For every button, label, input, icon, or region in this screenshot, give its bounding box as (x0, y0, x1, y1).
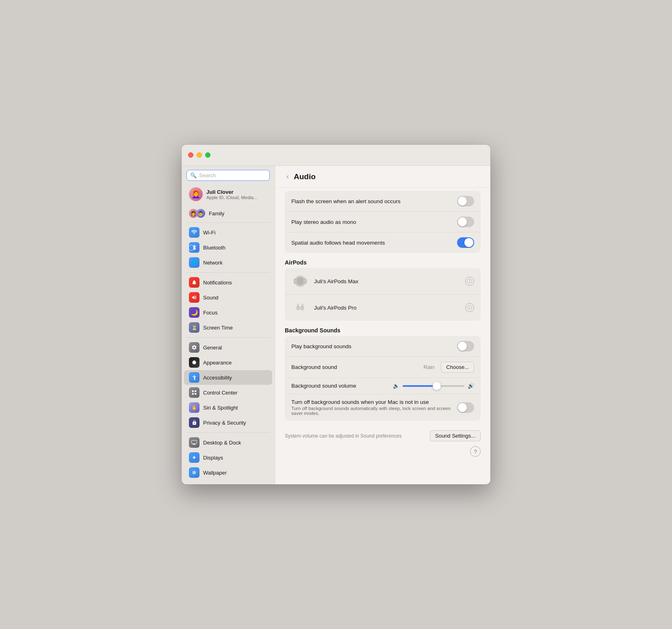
sidebar-divider-2 (186, 272, 270, 273)
controlcenter-label: Control Center (203, 390, 238, 396)
slider-thumb[interactable] (433, 382, 441, 390)
airpods-max-info-button[interactable]: ⓘ (465, 277, 474, 286)
sidebar-item-appearance[interactable]: Appearance (184, 355, 272, 370)
close-button[interactable] (188, 152, 193, 158)
back-button[interactable]: ‹ (285, 171, 290, 182)
help-button[interactable]: ? (470, 446, 481, 457)
appearance-icon (189, 357, 199, 368)
sidebar-item-wallpaper[interactable]: ❄ Wallpaper (184, 465, 272, 480)
svg-rect-14 (297, 304, 299, 308)
sidebar-item-network[interactable]: 🌐 Network (184, 255, 272, 270)
airpods-pro-info-button[interactable]: ⓘ (465, 303, 474, 312)
spatial-audio-label: Spatial audio follows head movements (291, 240, 385, 246)
sidebar-item-family[interactable]: 👩 👨 Family (184, 207, 272, 220)
screentime-label: Screen Time (203, 325, 233, 331)
bg-sound-value: Rain (424, 364, 435, 370)
search-box[interactable]: 🔍 (186, 170, 270, 181)
family-label: Family (209, 210, 224, 217)
titlebar (182, 145, 490, 166)
system-settings-window: 🔍 👩‍🦰 Juli Clover Apple ID, iCloud, Medi… (182, 145, 490, 484)
turn-off-bg-toggle[interactable] (457, 402, 474, 413)
network-label: Network (203, 260, 223, 266)
volume-high-icon: 🔊 (468, 383, 474, 389)
airpods-card: Juli's AirPods Max ⓘ Juli's Ai (285, 268, 481, 321)
play-bg-sounds-label: Play background sounds (291, 343, 351, 349)
choose-button[interactable]: Choose... (441, 362, 474, 373)
bg-sound-row: Background sound Rain Choose... (285, 357, 481, 378)
bg-sounds-card: Play background sounds Background sound … (285, 336, 481, 421)
minimize-button[interactable] (197, 152, 202, 158)
notifications-icon (189, 277, 199, 288)
sidebar-item-displays[interactable]: ✦ Displays (184, 450, 272, 465)
sidebar-item-controlcenter[interactable]: Control Center (184, 385, 272, 400)
sidebar-item-general[interactable]: General (184, 340, 272, 355)
focus-icon: 🌙 (189, 307, 199, 318)
privacy-label: Privacy & Security (203, 420, 246, 426)
family-avatars: 👩 👨 (189, 209, 205, 218)
play-bg-sounds-row: Play background sounds (285, 336, 481, 357)
sidebar: 🔍 👩‍🦰 Juli Clover Apple ID, iCloud, Medi… (182, 166, 275, 484)
bluetooth-label: Bluetooth (203, 245, 225, 251)
user-info: Juli Clover Apple ID, iCloud, Media... (206, 189, 257, 200)
bg-sound-controls: Rain Choose... (424, 362, 474, 373)
avatar: 👩‍🦰 (189, 187, 203, 201)
user-profile[interactable]: 👩‍🦰 Juli Clover Apple ID, iCloud, Media.… (184, 185, 272, 204)
family-avatar-2: 👨 (196, 209, 205, 218)
sidebar-item-notifications[interactable]: Notifications (184, 275, 272, 290)
sidebar-item-accessibility[interactable]: Accessibility (184, 370, 272, 385)
search-input[interactable] (199, 172, 266, 178)
slider-fill (403, 385, 437, 387)
search-icon: 🔍 (190, 172, 197, 178)
sidebar-item-focus[interactable]: 🌙 Focus (184, 305, 272, 320)
sidebar-item-privacy[interactable]: Privacy & Security (184, 415, 272, 430)
airpods-pro-name: Juli's AirPods Pro (314, 305, 460, 311)
sound-label: Sound (203, 295, 219, 301)
stereo-mono-label: Play stereo audio as mono (291, 219, 356, 225)
appearance-label: Appearance (203, 360, 232, 366)
volume-slider[interactable]: 🔈 🔊 (393, 383, 474, 389)
maximize-button[interactable] (205, 152, 210, 158)
svg-rect-8 (193, 444, 196, 445)
airpods-pro-icon (291, 299, 309, 317)
sidebar-item-screentime[interactable]: ⏳ Screen Time (184, 320, 272, 335)
footer-text: System volume can be adjusted in Sound p… (285, 433, 425, 439)
spatial-audio-toggle[interactable] (457, 237, 474, 248)
svg-rect-16 (302, 304, 303, 308)
sidebar-item-desktop[interactable]: Desktop & Dock (184, 435, 272, 450)
desktop-icon (189, 437, 199, 448)
user-name: Juli Clover (206, 189, 257, 195)
stereo-mono-toggle[interactable] (457, 217, 474, 227)
sidebar-item-wifi[interactable]: Wi-Fi (184, 225, 272, 240)
top-settings-card: Flash the screen when an alert sound occ… (285, 191, 481, 253)
svg-rect-4 (192, 393, 194, 395)
airpods-section-title: AirPods (285, 259, 481, 266)
bg-sound-label: Background sound (291, 364, 337, 370)
svg-point-1 (194, 375, 195, 376)
accessibility-icon (189, 372, 199, 383)
sidebar-item-siri[interactable]: ✋ Siri & Spotlight (184, 400, 272, 415)
wallpaper-icon: ❄ (189, 467, 199, 478)
play-bg-sounds-toggle[interactable] (457, 341, 474, 351)
airpods-max-icon (291, 272, 309, 290)
siri-icon: ✋ (189, 402, 199, 413)
svg-rect-5 (195, 393, 196, 395)
avatar-emoji: 👩‍🦰 (191, 190, 200, 199)
airpods-pro-item: Juli's AirPods Pro ⓘ (285, 295, 481, 321)
svg-rect-6 (192, 440, 197, 444)
sound-settings-button[interactable]: Sound Settings... (430, 430, 481, 441)
sidebar-item-bluetooth[interactable]: ⃝ ᛒ Bluetooth (184, 240, 272, 255)
network-icon: 🌐 (189, 257, 199, 268)
sound-footer: System volume can be adjusted in Sound p… (285, 425, 481, 441)
bg-sounds-section-title: Background Sounds (285, 327, 481, 334)
bg-volume-row: Background sound volume 🔈 🔊 (285, 378, 481, 394)
privacy-icon (189, 417, 199, 428)
svg-point-0 (192, 360, 196, 364)
desktop-label: Desktop & Dock (203, 440, 241, 446)
flash-screen-toggle[interactable] (457, 196, 474, 206)
airpods-max-name: Juli's AirPods Max (314, 278, 460, 284)
slider-track[interactable] (403, 385, 464, 387)
sidebar-item-sound[interactable]: Sound (184, 290, 272, 305)
sidebar-divider-1 (186, 222, 270, 223)
stereo-mono-row: Play stereo audio as mono (285, 212, 481, 232)
svg-point-10 (296, 277, 304, 285)
